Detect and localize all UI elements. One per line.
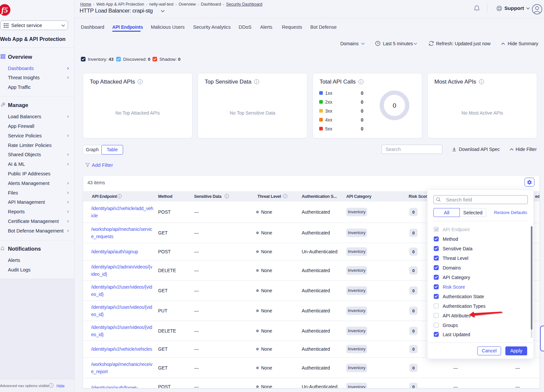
svg-text:0: 0	[393, 102, 396, 109]
svg-text:i: i	[119, 195, 120, 198]
svg-text:i: i	[226, 195, 227, 198]
svg-text:i: i	[285, 195, 286, 198]
svg-text:f5: f5	[1, 6, 8, 14]
